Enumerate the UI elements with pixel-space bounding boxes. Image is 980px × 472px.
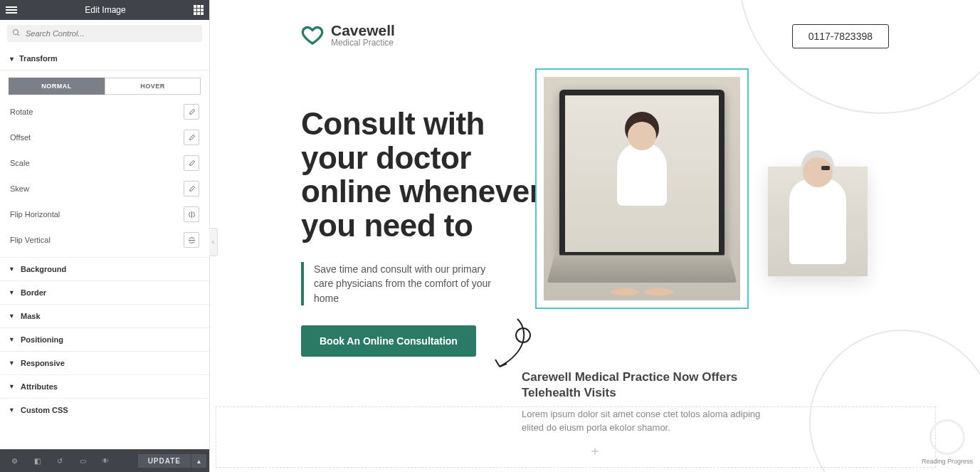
phone-button[interactable]: 0117-7823398 [792,24,889,48]
decorative-curve [738,0,980,114]
caret-right-icon: ▸ [9,409,16,412]
caret-right-icon: ▸ [9,362,16,365]
skew-label: Skew [10,184,184,193]
control-scale: Scale [0,150,209,176]
svg-point-0 [14,30,19,35]
accordion-custom-css[interactable]: ▸Custom CSS [0,398,209,421]
search-box [0,20,209,47]
apps-grid-icon[interactable] [194,5,204,15]
controls-scroll[interactable]: ▾ Transform NORMAL HOVER Rotate Offset S… [0,47,209,449]
control-skew: Skew [0,176,209,201]
history-icon[interactable]: ↺ [48,449,71,472]
tab-normal[interactable]: NORMAL [9,78,105,95]
offset-edit-button[interactable] [184,130,199,145]
heart-logo-icon [301,23,324,46]
site-logo[interactable]: Cavewell Medical Practice [301,23,395,48]
caret-right-icon: ▸ [9,291,16,295]
panel-title: Edit Image [17,5,194,15]
brand-subtitle: Medical Practice [331,38,395,48]
sidebar-footer: ⚙ ◧ ↺ ▭ 👁 UPDATE ▴ [0,449,209,472]
accordion-border[interactable]: ▸Border [0,280,209,304]
accordion-positioning[interactable]: ▸Positioning [0,327,209,351]
doctor-photo[interactable] [768,167,868,276]
accordion-mask[interactable]: ▸Mask [0,304,209,327]
callout-card: Carewell Medical Practice Now Offers Tel… [522,364,778,441]
caret-down-icon: ▾ [10,55,14,63]
scale-label: Scale [10,159,184,167]
tab-hover[interactable]: HOVER [105,78,201,95]
responsive-icon[interactable]: ▭ [71,449,94,472]
flip-v-label: Flip Vertical [10,236,184,244]
control-flip-horizontal: Flip Horizontal [0,201,209,227]
sidebar-header: Edit Image [0,0,209,20]
add-section-button[interactable]: ＋ [589,442,601,459]
skew-edit-button[interactable] [184,181,199,196]
svg-line-1 [18,34,20,36]
rotate-label: Rotate [10,107,184,116]
reading-progress-label: Reading Progress [922,458,973,465]
accordion-responsive[interactable]: ▸Responsive [0,351,209,374]
rotate-edit-button[interactable] [184,104,199,120]
search-icon [12,28,21,37]
progress-circle-icon [929,419,965,455]
telehealth-laptop-image [544,77,740,300]
flip-h-label: Flip Horizontal [10,210,184,219]
cta-button[interactable]: Book An Online Consultation [301,325,476,357]
caret-right-icon: ▸ [9,385,16,389]
flip-v-button[interactable] [184,232,199,248]
caret-right-icon: ▸ [9,338,16,342]
caret-right-icon: ▸ [9,268,16,271]
hero-subtitle: Save time and consult with our primary c… [301,262,500,305]
hamburger-icon[interactable] [6,6,17,14]
preview-canvas: Cavewell Medical Practice 0117-7823398 C… [210,0,980,472]
collapse-panel-handle[interactable]: ‹ [209,228,218,256]
accordion-background[interactable]: ▸Background [0,257,209,280]
search-input[interactable] [7,25,202,42]
control-offset: Offset [0,125,209,150]
update-options-caret[interactable]: ▴ [191,454,206,468]
selected-image-widget[interactable] [535,68,749,309]
state-tabs: NORMAL HOVER [0,70,209,99]
transform-label: Transform [19,54,58,63]
editor-sidebar: Edit Image ▾ Transform NORMAL HOVER Rota… [0,0,210,472]
control-rotate: Rotate [0,99,209,125]
settings-icon[interactable]: ⚙ [3,449,26,472]
callout-title: Carewell Medical Practice Now Offers Tel… [522,369,778,401]
navigator-icon[interactable]: ◧ [26,449,48,472]
caret-right-icon: ▸ [9,315,16,318]
control-flip-vertical: Flip Vertical [0,227,209,253]
callout-body: Lorem ipsum dolor sit amet conse ctet to… [522,408,778,435]
transform-section-header[interactable]: ▾ Transform [0,47,209,70]
flip-h-button[interactable] [184,206,199,222]
update-button[interactable]: UPDATE [138,454,191,468]
preview-icon[interactable]: 👁 [94,449,117,472]
brand-name: Cavewell [331,23,395,38]
offset-label: Offset [10,133,184,142]
accordion-attributes[interactable]: ▸Attributes [0,374,209,398]
reading-progress-widget[interactable]: Reading Progress [922,419,973,465]
scale-edit-button[interactable] [184,155,199,171]
hero-title: Consult with your doctor online whenever… [301,107,557,242]
